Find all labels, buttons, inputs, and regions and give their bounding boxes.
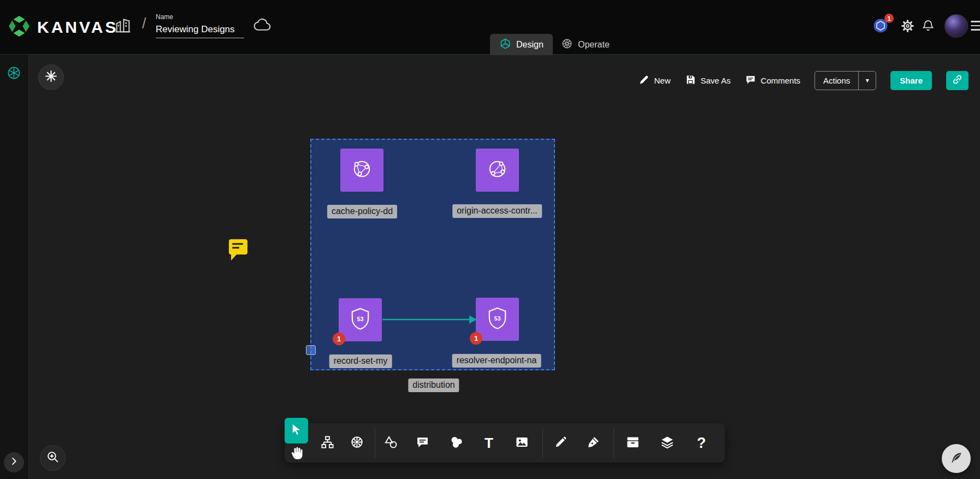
building-icon: [114, 17, 132, 37]
drawer-icon: [625, 435, 640, 452]
actions-split-button: Actions ▾: [814, 71, 876, 90]
shapes-icon: [383, 435, 398, 452]
node-origin-access-control[interactable]: [476, 149, 519, 192]
save-icon: [685, 74, 696, 87]
actions-dropdown-button[interactable]: ▾: [858, 72, 876, 90]
zoom-button[interactable]: [40, 445, 66, 471]
user-avatar[interactable]: [944, 14, 968, 38]
design-tab-icon: [499, 38, 511, 52]
sticker-tool-button[interactable]: [444, 431, 468, 455]
select-tool-button[interactable]: [285, 418, 308, 443]
comment-tool-button[interactable]: [410, 431, 434, 455]
cloud-icon: [253, 18, 272, 34]
layers-panel-button[interactable]: [655, 431, 679, 455]
feedback-fab[interactable]: [942, 444, 971, 473]
group-resize-handle[interactable]: [306, 345, 316, 355]
helm-wheel-icon: [350, 435, 364, 452]
node-label: record-set-my: [329, 354, 392, 368]
comments-button[interactable]: Comments: [745, 74, 801, 87]
node-issue-badge[interactable]: 1: [333, 333, 345, 345]
design-name-input[interactable]: [156, 22, 244, 38]
pan-tool-button[interactable]: [290, 446, 305, 462]
expand-sidebar-button[interactable]: [4, 452, 24, 472]
app-title: KANVAS: [37, 18, 118, 37]
node-label: cache-policy-dd: [327, 205, 397, 218]
organization-button[interactable]: [113, 16, 133, 37]
chevron-down-icon: ▾: [866, 76, 869, 84]
components-drawer-button[interactable]: [621, 431, 645, 455]
dock-divider: [542, 428, 543, 458]
design-name-field: Name: [156, 13, 244, 38]
new-design-button[interactable]: New: [639, 74, 671, 87]
node-label: origin-access-contr...: [452, 204, 542, 218]
notifications-button[interactable]: [918, 16, 938, 37]
node-cache-policy[interactable]: [340, 149, 383, 192]
cursor-icon: [290, 423, 303, 438]
kanvas-logo-icon: [8, 15, 31, 40]
pen-tool-button[interactable]: [581, 431, 605, 455]
edge-record-to-resolver[interactable]: [382, 314, 478, 326]
help-button[interactable]: ?: [689, 431, 713, 455]
pencil-icon: [639, 74, 650, 87]
selection-group-distribution[interactable]: cache-policy-dd origin-access-contr... 5…: [310, 139, 555, 370]
save-status-button[interactable]: [251, 16, 273, 36]
meshery-rail-icon[interactable]: [7, 66, 21, 82]
text-tool-button[interactable]: T: [477, 431, 501, 455]
flowchart-tool-button[interactable]: [315, 431, 339, 455]
kubernetes-tool-button[interactable]: [345, 431, 369, 455]
node-issue-badge[interactable]: 1: [470, 332, 482, 345]
comments-icon: [745, 74, 756, 87]
canvas-comment-marker[interactable]: [227, 238, 249, 264]
shapes-tool-button[interactable]: [379, 431, 403, 455]
settings-button[interactable]: [897, 16, 918, 37]
actions-label: Actions: [823, 76, 850, 85]
layers-icon: [660, 435, 675, 452]
route53-shield-icon: 53: [347, 306, 373, 334]
route53-shield-icon: 53: [485, 305, 510, 333]
node-record-set[interactable]: 53 1: [339, 298, 382, 341]
bell-icon: [922, 19, 935, 34]
help-icon: ?: [697, 435, 706, 452]
comment-icon: [416, 435, 429, 451]
app-header: KANVAS / Name: [0, 0, 980, 55]
quill-icon: [949, 451, 964, 467]
sparkle-icon: [44, 69, 58, 85]
new-design-label: New: [654, 76, 671, 85]
operate-tab-icon: [561, 38, 573, 52]
extensions-badge: 1: [884, 14, 894, 23]
svg-text:53: 53: [494, 315, 501, 322]
overflow-menu-icon[interactable]: [971, 21, 980, 33]
copy-link-button[interactable]: [946, 71, 969, 90]
design-tab-label: Design: [516, 40, 544, 50]
dock-divider: [375, 428, 375, 458]
whats-new-button[interactable]: [38, 64, 64, 90]
share-button[interactable]: Share: [890, 71, 932, 90]
hand-icon: [290, 446, 305, 463]
breadcrumb-separator: /: [142, 15, 146, 32]
comments-label: Comments: [761, 76, 801, 85]
operate-tab-label: Operate: [578, 40, 610, 50]
kanvas-logo[interactable]: KANVAS: [8, 15, 118, 40]
actions-button[interactable]: Actions: [815, 72, 858, 90]
comment-bubble-icon: [227, 254, 249, 263]
tab-design[interactable]: Design: [490, 34, 553, 55]
draw-tool-button[interactable]: [548, 431, 572, 455]
save-as-button[interactable]: Save As: [685, 74, 731, 87]
image-tool-button[interactable]: [510, 431, 534, 455]
group-label: distribution: [408, 379, 459, 392]
dock-divider: [613, 428, 614, 458]
kanvas-app: KANVAS / Name: [0, 0, 980, 479]
zoom-in-icon: [46, 450, 60, 466]
extensions-button[interactable]: 1: [870, 16, 891, 37]
link-icon: [952, 74, 963, 87]
sitemap-icon: [320, 435, 335, 452]
design-action-bar: New Save As Co: [639, 70, 969, 91]
gear-icon: [901, 19, 914, 35]
save-as-label: Save As: [701, 76, 731, 85]
cloudfront-origin-access-icon: [485, 156, 510, 184]
left-rail: [0, 55, 29, 479]
node-resolver-endpoint[interactable]: 53 1: [476, 298, 519, 341]
tab-operate[interactable]: Operate: [552, 34, 619, 55]
pencil-draw-icon: [554, 435, 568, 451]
share-label: Share: [900, 76, 923, 85]
